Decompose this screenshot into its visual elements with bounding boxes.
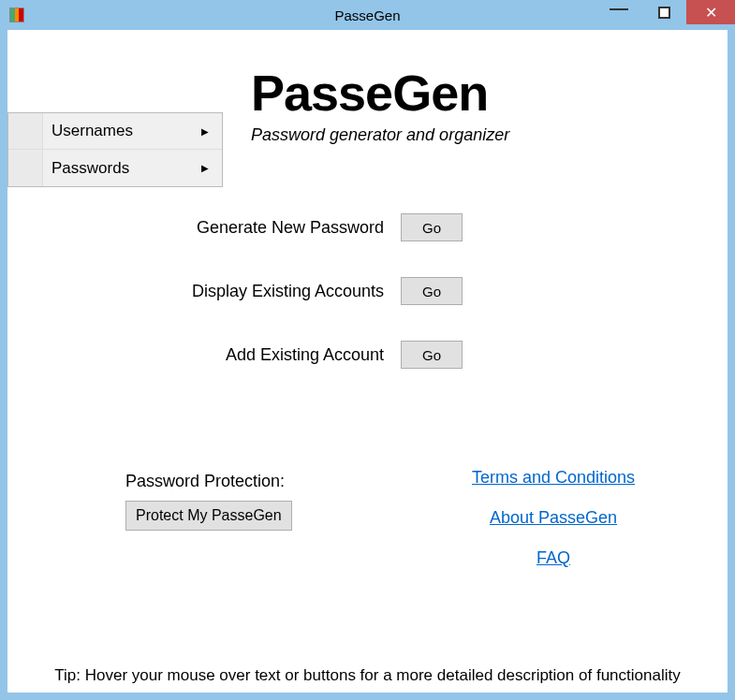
links-panel: Terms and Conditions About PasseGen FAQ xyxy=(450,468,656,589)
menu-bar: Usernames ▶ Passwords ▶ xyxy=(7,112,223,187)
action-label: Display Existing Accounts xyxy=(185,282,401,301)
protection-panel: Password Protection: Protect My PasseGen xyxy=(125,472,292,531)
menu-label: Usernames xyxy=(51,122,133,140)
menu-item-usernames[interactable]: Usernames ▶ xyxy=(8,113,222,150)
minimize-button[interactable]: — xyxy=(596,0,641,24)
actions-panel: Generate New Password Go Display Existin… xyxy=(185,213,504,404)
maximize-button[interactable] xyxy=(641,0,686,24)
header: PasseGen Password generator and organize… xyxy=(251,64,569,145)
menu-item-passwords[interactable]: Passwords ▶ xyxy=(8,150,222,186)
chevron-right-icon: ▶ xyxy=(201,126,209,137)
client-area: Usernames ▶ Passwords ▶ PasseGen Passwor… xyxy=(7,30,728,693)
action-row-generate: Generate New Password Go xyxy=(185,213,504,241)
menu-label: Passwords xyxy=(51,159,129,178)
app-title: PasseGen xyxy=(251,64,569,122)
app-window: PasseGen — ✕ Usernames ▶ Passwords ▶ Pas… xyxy=(0,0,735,700)
chevron-right-icon: ▶ xyxy=(201,163,209,173)
tip-text: Tip: Hover your mouse over text or butto… xyxy=(7,666,728,685)
go-button-display[interactable]: Go xyxy=(401,277,463,305)
action-label: Add Existing Account xyxy=(185,345,401,365)
app-icon xyxy=(9,7,24,22)
action-label: Generate New Password xyxy=(185,218,401,238)
window-title: PasseGen xyxy=(334,7,400,23)
go-button-add[interactable]: Go xyxy=(401,341,463,369)
app-subtitle: Password generator and organizer xyxy=(251,125,569,145)
link-terms[interactable]: Terms and Conditions xyxy=(450,468,656,488)
titlebar: PasseGen — ✕ xyxy=(0,0,735,30)
window-controls: — ✕ xyxy=(596,0,735,24)
link-faq[interactable]: FAQ xyxy=(450,548,656,568)
action-row-display: Display Existing Accounts Go xyxy=(185,277,504,305)
protect-button[interactable]: Protect My PasseGen xyxy=(125,501,292,531)
protection-label: Password Protection: xyxy=(125,472,292,491)
go-button-generate[interactable]: Go xyxy=(401,213,463,241)
action-row-add: Add Existing Account Go xyxy=(185,341,504,369)
close-button[interactable]: ✕ xyxy=(686,0,735,24)
link-about[interactable]: About PasseGen xyxy=(450,508,656,528)
